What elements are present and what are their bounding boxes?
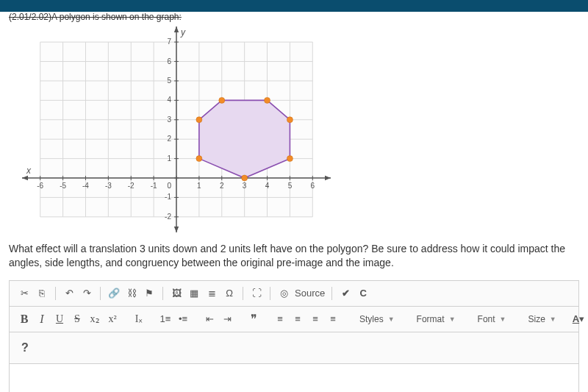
toolbar-row-3: ? [10,332,578,364]
source-button[interactable]: Source [293,285,327,302]
outdent-button[interactable]: ⇤ [201,311,218,327]
help-button[interactable]: ? [15,337,35,359]
image-button[interactable]: 🖼 [168,285,185,302]
undo-button[interactable]: ↶ [60,285,78,302]
rich-text-editor: ✂ ⎘ ↶ ↷ 🔗 ⛓ ⚑ 🖼 ▦ ≣ Ω ⛶ ◎ Source ✔ C B I [9,280,579,392]
hr-button[interactable]: ≣ [203,285,220,302]
refresh-button[interactable]: C [354,285,372,302]
unordered-list-button[interactable]: •≡ [174,311,192,327]
svg-text:-1: -1 [165,193,171,201]
svg-text:y: y [180,27,186,38]
font-dropdown[interactable]: Font▼ [473,311,511,327]
unlink-button[interactable]: ⛓ [123,285,140,302]
underline-button[interactable]: U [51,311,68,327]
bold-button[interactable]: B [15,311,33,327]
size-label: Size [528,314,545,324]
svg-text:2: 2 [167,135,171,143]
toolbar-row-2: B I U S x₂ x² Iₓ 1≡ •≡ ⇤ ⇥ ❞ ≡ ≡ ≡ ≡ Sty… [10,307,578,332]
toolbar-row-1: ✂ ⎘ ↶ ↷ 🔗 ⛓ ⚑ 🖼 ▦ ≣ Ω ⛶ ◎ Source ✔ C [10,281,578,307]
removeformat-button[interactable]: Iₓ [130,311,148,327]
separator [100,287,101,300]
svg-text:3: 3 [167,115,171,124]
cut-button[interactable]: ✂ [15,285,33,302]
align-right-button[interactable]: ≡ [306,311,324,327]
question-prompt: What effect will a translation 3 units d… [9,242,579,270]
svg-text:-5: -5 [60,182,66,190]
caret-down-icon: ▼ [550,316,556,323]
format-dropdown[interactable]: Format▼ [412,311,460,327]
svg-marker-27 [22,176,28,180]
graph-container: -6-5-4-3-2-1123456-2-112345670xy [22,26,579,235]
svg-text:6: 6 [311,182,315,190]
svg-text:5: 5 [288,182,293,190]
caret-down-icon: ▾ [579,313,584,324]
polygon-graph: -6-5-4-3-2-1123456-2-112345670xy [22,26,331,232]
svg-point-82 [265,97,270,103]
svg-text:-2: -2 [128,182,135,190]
svg-text:0: 0 [167,182,171,190]
source-icon: ◎ [275,285,293,302]
styles-dropdown[interactable]: Styles▼ [355,311,399,327]
separator [162,287,163,300]
svg-marker-29 [174,227,179,232]
copy-button[interactable]: ⎘ [33,285,51,302]
question-code: (2.01/2.02) [9,12,51,22]
svg-text:-6: -6 [37,182,43,190]
svg-text:4: 4 [167,96,171,104]
anchor-button[interactable]: ⚑ [140,285,158,302]
ordered-list-button[interactable]: 1≡ [157,311,174,327]
align-left-button[interactable]: ≡ [271,311,289,327]
svg-text:5: 5 [167,76,171,85]
text-color-button[interactable]: A▾ [570,313,587,324]
strike-button[interactable]: S [68,311,86,327]
svg-text:4: 4 [265,182,270,190]
svg-marker-28 [174,26,179,32]
separator [331,287,332,300]
italic-button[interactable]: I [33,311,51,327]
svg-text:-4: -4 [82,182,89,190]
align-justify-button[interactable]: ≡ [324,311,342,327]
size-dropdown[interactable]: Size▼ [523,311,560,327]
svg-point-80 [287,156,293,162]
svg-point-78 [196,156,202,162]
text-color-label: A [573,313,579,324]
redo-button[interactable]: ↷ [78,285,96,302]
svg-text:-1: -1 [151,182,157,190]
svg-marker-26 [325,176,331,180]
specialchar-button[interactable]: Ω [220,285,238,302]
indent-button[interactable]: ⇥ [218,311,236,327]
svg-text:2: 2 [220,182,224,190]
caret-down-icon: ▼ [500,316,506,323]
superscript-button[interactable]: x² [104,311,121,327]
svg-text:x: x [26,165,32,176]
caret-down-icon: ▼ [388,316,395,323]
separator [55,287,56,300]
separator [270,287,270,300]
svg-text:-2: -2 [165,213,171,221]
svg-point-81 [287,117,293,123]
question-header: (2.01/2.02)A polygon is shown on the gra… [9,12,579,22]
subscript-button[interactable]: x₂ [86,311,104,327]
spellcheck-button[interactable]: ✔ [337,285,354,302]
svg-text:7: 7 [167,38,171,46]
svg-point-83 [219,97,225,103]
separator [243,287,243,300]
svg-text:3: 3 [243,182,247,190]
align-center-button[interactable]: ≡ [289,311,306,327]
link-button[interactable]: 🔗 [105,285,123,302]
svg-point-84 [196,117,202,123]
format-label: Format [417,314,445,324]
svg-point-79 [242,175,248,181]
font-label: Font [478,314,495,324]
blockquote-button[interactable]: ❞ [245,311,262,327]
table-button[interactable]: ▦ [185,285,203,302]
svg-text:-3: -3 [105,182,112,190]
answer-textarea[interactable] [10,364,578,392]
svg-text:1: 1 [197,182,201,190]
caret-down-icon: ▼ [449,316,456,323]
svg-text:1: 1 [167,154,171,163]
question-intro: A polygon is shown on the graph: [51,12,182,22]
styles-label: Styles [359,314,384,324]
svg-text:6: 6 [167,57,171,65]
maximize-button[interactable]: ⛶ [248,285,265,302]
